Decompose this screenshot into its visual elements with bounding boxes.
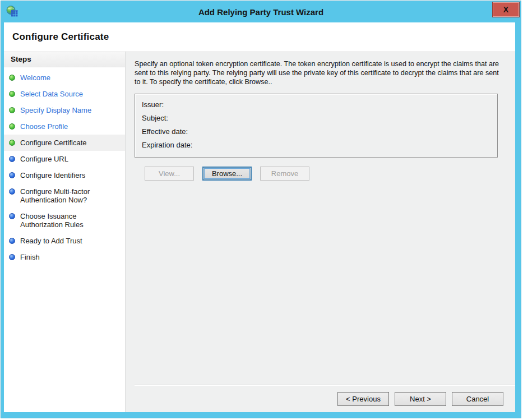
step-pending-icon	[9, 238, 15, 244]
step-choose-profile[interactable]: Choose Profile	[4, 118, 125, 135]
step-completed-icon	[9, 75, 15, 81]
remove-button: Remove	[260, 167, 309, 181]
page-title: Configure Certificate	[12, 31, 109, 43]
steps-header: Steps	[4, 52, 125, 67]
step-configure-certificate: Configure Certificate	[4, 135, 125, 151]
step-pending-icon	[9, 188, 15, 195]
previous-button[interactable]: < Previous	[337, 392, 389, 406]
step-completed-icon	[9, 91, 15, 97]
effective-date-label: Effective date:	[142, 125, 188, 139]
content-area: Steps Welcome Select Data Source Specify…	[4, 52, 515, 412]
browse-button[interactable]: Browse...	[202, 167, 252, 181]
adfs-app-icon	[6, 5, 19, 19]
step-completed-icon	[9, 107, 15, 113]
certificate-actions: View... Browse... Remove	[145, 167, 515, 181]
step-finish: Finish	[4, 249, 125, 265]
step-configure-identifiers: Configure Identifiers	[4, 167, 125, 183]
wizard-footer: < Previous Next > Cancel	[135, 385, 515, 412]
expiration-date-label: Expiration date:	[142, 139, 192, 152]
steps-list: Welcome Select Data Source Specify Displ…	[4, 67, 125, 265]
step-select-data-source[interactable]: Select Data Source	[4, 86, 125, 102]
step-current-icon	[9, 140, 15, 146]
step-pending-icon	[9, 172, 15, 178]
window-title: Add Relying Party Trust Wizard	[1, 7, 521, 17]
next-button[interactable]: Next >	[395, 392, 446, 406]
certificate-issuer-row: Issuer:	[142, 98, 490, 112]
view-button: View...	[145, 167, 194, 181]
subject-label: Subject:	[142, 112, 168, 125]
page-header: Configure Certificate	[4, 22, 515, 52]
step-pending-icon	[9, 213, 15, 219]
certificate-details-box: Issuer: Subject: Effective date: Expirat…	[135, 94, 498, 158]
titlebar: Add Relying Party Trust Wizard X	[1, 1, 521, 22]
step-welcome[interactable]: Welcome	[4, 70, 125, 86]
steps-sidebar: Steps Welcome Select Data Source Specify…	[4, 52, 126, 412]
description-text: Specify an optional token encryption cer…	[135, 59, 506, 86]
wizard-window: Add Relying Party Trust Wizard X Configu…	[1, 1, 521, 418]
step-configure-mfa: Configure Multi-factor Authentication No…	[4, 183, 125, 208]
step-pending-icon	[9, 254, 15, 260]
step-configure-url: Configure URL	[4, 151, 125, 167]
close-button[interactable]: X	[492, 2, 520, 17]
step-ready-to-add-trust: Ready to Add Trust	[4, 233, 125, 249]
dialog-body: Configure Certificate Steps Welcome Sele…	[4, 22, 515, 412]
step-choose-issuance-rules: Choose Issuance Authorization Rules	[4, 208, 125, 233]
main-panel: Specify an optional token encryption cer…	[126, 52, 515, 412]
step-specify-display-name[interactable]: Specify Display Name	[4, 102, 125, 118]
issuer-label: Issuer:	[142, 98, 164, 112]
step-pending-icon	[9, 156, 15, 162]
certificate-expiration-date-row: Expiration date:	[142, 139, 490, 152]
step-completed-icon	[9, 123, 15, 130]
certificate-subject-row: Subject:	[142, 112, 490, 125]
certificate-effective-date-row: Effective date:	[142, 125, 490, 139]
cancel-button[interactable]: Cancel	[452, 392, 503, 406]
